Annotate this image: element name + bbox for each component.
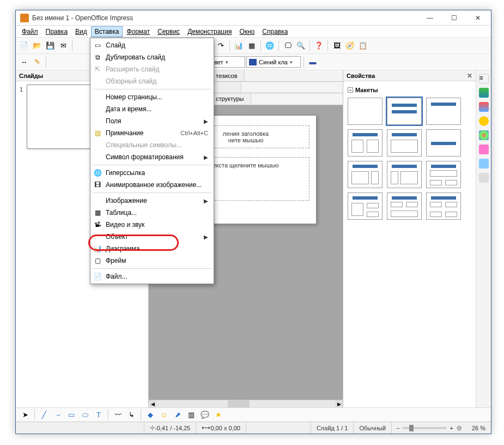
arrow-button[interactable]: ↔ (18, 56, 30, 68)
fill-color-combo[interactable]: Синий кла▾ (246, 56, 301, 68)
menu-item-table[interactable]: ▦ Таблица... (90, 207, 214, 219)
menu-help[interactable]: Справка (258, 26, 292, 37)
line-style-button[interactable]: ✎ (31, 56, 43, 68)
help-button[interactable]: ❓ (313, 40, 325, 52)
custom-animation-icon[interactable] (479, 116, 489, 126)
styles-button[interactable]: 📋 (357, 40, 369, 52)
layout-title-only[interactable] (426, 98, 461, 125)
star-tool[interactable]: ★ (212, 409, 224, 421)
properties-icon[interactable] (479, 88, 489, 98)
layout-four[interactable] (426, 193, 461, 220)
menu-item-object[interactable]: Объект ▶ (90, 231, 214, 243)
layout-three[interactable] (348, 193, 382, 220)
block-arrows-tool[interactable]: ⬈ (172, 409, 184, 421)
menu-item-animated-image[interactable]: 🎞 Анимированное изображение... (90, 179, 214, 191)
callout-tool[interactable]: 💬 (199, 409, 211, 421)
sidebar-menu-icon[interactable]: ≡ (479, 74, 489, 83)
master-pages-icon[interactable] (479, 102, 489, 112)
arrow-tool[interactable]: → (52, 409, 64, 421)
line-tool[interactable]: ╱ (38, 409, 50, 421)
menu-item-hyperlink[interactable]: 🌐 Гиперссылка (90, 167, 214, 179)
email-button[interactable]: ✉ (57, 40, 69, 52)
chart-button[interactable]: 📊 (233, 40, 245, 52)
symbol-shapes-tool[interactable]: ☺ (158, 409, 170, 421)
zoom-in-icon[interactable]: + (450, 425, 453, 431)
close-button[interactable]: ✕ (466, 10, 490, 26)
menu-item-fields[interactable]: Поля ▶ (90, 115, 214, 127)
layout-blank[interactable] (348, 98, 382, 125)
toolbar-separator (229, 40, 230, 51)
find-button[interactable]: 🔍 (295, 40, 307, 52)
zoom-slider[interactable] (403, 427, 446, 429)
menu-item-frame[interactable]: ▢ Фрейм (90, 255, 214, 267)
navigator-button[interactable]: 🧭 (344, 40, 356, 52)
styles-icon[interactable] (479, 145, 489, 154)
slides-panel-title: Слайды (19, 73, 43, 79)
curve-tool[interactable]: 〰 (112, 409, 124, 421)
table-button[interactable]: ▦ (246, 40, 258, 52)
zoom-fit-icon[interactable]: ◎ (457, 424, 462, 431)
shadow-button[interactable]: ▬ (307, 56, 319, 68)
menu-item-chart[interactable]: 📊 Диаграмма... (90, 243, 214, 255)
bottom-drawing-toolbar: ➤ ╱ → ▭ ⬭ T 〰 ↳ ◆ ☺ ⬈ ▥ 💬 ★ (16, 407, 491, 422)
horizontal-scrollbar[interactable]: ◀ ▶ (149, 400, 343, 407)
collapse-icon[interactable]: − (348, 87, 353, 93)
open-button[interactable]: 📂 (31, 40, 43, 52)
slideshow-button[interactable]: 🖵 (282, 40, 294, 52)
slide-transition-icon[interactable] (479, 130, 489, 140)
save-button[interactable]: 💾 (44, 40, 56, 52)
layout-top-big[interactable] (426, 161, 461, 188)
menu-item-slide[interactable]: ▭ Слайд (90, 39, 214, 51)
layout-title-content[interactable] (387, 98, 422, 125)
gallery-button[interactable]: 🖼 (331, 40, 343, 52)
layout-left-big[interactable] (348, 161, 382, 188)
navigator-icon[interactable] (479, 173, 489, 183)
status-spacer (246, 422, 311, 434)
basic-shapes-tool[interactable]: ◆ (144, 409, 156, 421)
menu-item-video-audio[interactable]: 📽 Видео и звук (90, 219, 214, 231)
gallery-icon[interactable] (479, 159, 489, 169)
select-tool[interactable]: ➤ (19, 409, 31, 421)
menu-item-duplicate-slide[interactable]: ⧉ Дублировать слайд (90, 51, 214, 63)
zoom-out-icon[interactable]: − (396, 425, 399, 431)
layouts-section-header[interactable]: − Макеты (348, 85, 471, 95)
new-button[interactable]: 📄 (18, 40, 30, 52)
flowchart-tool[interactable]: ▥ (185, 409, 197, 421)
menu-tools[interactable]: Сервис (154, 26, 184, 37)
layout-centered[interactable] (426, 129, 461, 157)
layout-content-only[interactable] (387, 129, 422, 157)
layout-two-content[interactable] (348, 129, 382, 157)
zoom-percent[interactable]: 26 % (466, 422, 491, 434)
menu-file[interactable]: Файл (18, 26, 42, 37)
menu-edit[interactable]: Правка (42, 26, 72, 37)
menu-item-formatting-mark[interactable]: Символ форматирования ▶ (90, 151, 214, 163)
ellipse-tool[interactable]: ⬭ (79, 409, 91, 421)
layout-bottom-big[interactable] (387, 193, 422, 220)
menu-item-page-number[interactable]: Номер страницы... (90, 91, 214, 103)
menu-item-image[interactable]: Изображение ▶ (90, 195, 214, 207)
menu-view[interactable]: Вид (71, 26, 91, 37)
zoom-control[interactable]: − + ◎ (392, 424, 466, 431)
layout-right-big[interactable] (387, 161, 422, 188)
menu-window[interactable]: Окно (235, 26, 258, 37)
menu-item-date-time[interactable]: Дата и время... (90, 103, 214, 115)
menu-separator (93, 165, 211, 165)
table-icon: ▦ (93, 208, 102, 217)
text-tool[interactable]: T (93, 409, 105, 421)
maximize-button[interactable]: ☐ (442, 10, 466, 26)
menu-item-file[interactable]: 📄 Файл... (90, 270, 214, 282)
connector-tool[interactable]: ↳ (125, 409, 137, 421)
menu-insert[interactable]: Вставка (91, 26, 123, 37)
menu-slideshow[interactable]: Демонстрация (184, 26, 235, 37)
expand-icon: ⇱ (93, 65, 102, 74)
hyperlink-button[interactable]: 🌐 (264, 40, 276, 52)
menu-item-note[interactable]: ▤ Примечание Ctrl+Alt+C (90, 127, 214, 139)
scroll-right-icon[interactable]: ▶ (335, 400, 343, 407)
redo-button[interactable]: ↷ (215, 40, 227, 52)
scroll-left-icon[interactable]: ◀ (149, 400, 156, 407)
panel-close-icon[interactable]: ✕ (467, 72, 472, 80)
menu-format[interactable]: Формат (123, 26, 154, 37)
menu-item-chart-label: Диаграмма... (106, 245, 145, 252)
rect-tool[interactable]: ▭ (65, 409, 77, 421)
minimize-button[interactable]: — (418, 10, 442, 26)
